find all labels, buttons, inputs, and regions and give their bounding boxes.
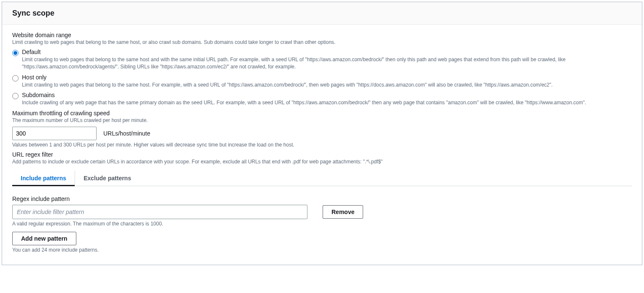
include-pattern-section: Regex include pattern Remove A valid reg… xyxy=(12,195,632,253)
radio-default-title: Default xyxy=(22,49,632,55)
domain-range-desc: Limit crawling to web pages that belong … xyxy=(12,39,632,45)
include-pattern-row: Remove xyxy=(12,205,632,219)
remove-pattern-button[interactable]: Remove xyxy=(323,205,363,219)
throttling-row: URLs/host/minute xyxy=(12,127,632,140)
regex-tabs: Include patterns Exclude patterns xyxy=(12,171,632,186)
throttling-constraint: Values between 1 and 300 URLs per host p… xyxy=(12,142,632,148)
throttling-label: Maximum throttling of crawling speed xyxy=(12,110,632,117)
radio-option-default[interactable]: Default Limit crawling to web pages that… xyxy=(12,49,632,73)
radio-option-host-only[interactable]: Host only Limit crawling to web pages th… xyxy=(12,74,632,91)
radio-host-only-desc: Limit crawling to web pages that belong … xyxy=(22,81,632,89)
radio-host-only[interactable] xyxy=(12,75,19,81)
regex-filter-desc: Add patterns to include or exclude certa… xyxy=(12,159,632,165)
include-pattern-constraint: A valid regular expression. The maximum … xyxy=(12,221,632,227)
include-pattern-label: Regex include pattern xyxy=(12,195,632,202)
panel-body: Website domain range Limit crawling to w… xyxy=(2,25,642,265)
regex-filter-label: URL regex filter xyxy=(12,151,632,158)
domain-range-label: Website domain range xyxy=(12,32,632,38)
panel-title: Sync scope xyxy=(12,9,632,18)
radio-default-desc: Limit crawling to web pages that belong … xyxy=(22,56,632,71)
panel-header: Sync scope xyxy=(2,2,642,25)
add-new-pattern-button[interactable]: Add new pattern xyxy=(12,232,76,245)
radio-host-only-title: Host only xyxy=(22,74,632,81)
radio-subdomains-desc: Include crawling of any web page that ha… xyxy=(22,99,632,106)
tab-exclude-patterns[interactable]: Exclude patterns xyxy=(75,171,140,186)
radio-subdomains-title: Subdomains xyxy=(22,92,632,98)
throttling-desc: The maximum number of URLs crawled per h… xyxy=(12,117,632,123)
radio-option-subdomains[interactable]: Subdomains Include crawling of any web p… xyxy=(12,92,632,109)
include-pattern-remaining: You can add 24 more include patterns. xyxy=(12,247,632,253)
throttling-unit: URLs/host/minute xyxy=(103,130,150,137)
radio-subdomains[interactable] xyxy=(12,93,19,99)
radio-default[interactable] xyxy=(12,50,19,56)
throttling-input[interactable] xyxy=(12,127,97,140)
include-pattern-input[interactable] xyxy=(12,205,307,219)
tab-include-patterns[interactable]: Include patterns xyxy=(12,171,75,186)
sync-scope-panel: Sync scope Website domain range Limit cr… xyxy=(2,2,642,265)
